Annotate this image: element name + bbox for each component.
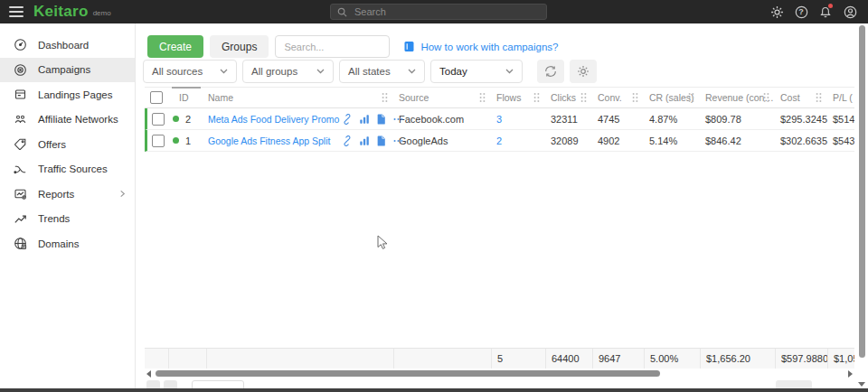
campaign-search-input[interactable] <box>275 35 390 58</box>
totals-cost: $597.9880 <box>775 349 827 369</box>
campaign-stats-icon[interactable] <box>359 114 370 125</box>
chevron-down-icon <box>316 69 325 74</box>
drag-handle-icon[interactable] <box>479 93 486 103</box>
campaign-link-icon[interactable] <box>342 114 353 125</box>
campaign-name-link[interactable]: Google Ads Fitness App Split <box>208 135 330 146</box>
cr-value: 5.14% <box>644 130 700 151</box>
drag-handle-icon[interactable] <box>688 93 694 103</box>
table-settings-button[interactable] <box>570 60 597 83</box>
notification-badge <box>828 4 833 8</box>
filters-row: All sources All groups All states Today <box>143 60 597 83</box>
column-header-flows[interactable]: Flows <box>491 88 545 107</box>
sidebar: Dashboard Campaigns Landings Pages <box>0 23 136 388</box>
states-filter-select[interactable]: All states <box>339 60 425 83</box>
sources-filter-select[interactable]: All sources <box>143 60 237 83</box>
campaign-source: GoogleAds <box>393 130 491 151</box>
sidebar-item-landings-pages[interactable]: Landings Pages <box>0 82 135 107</box>
scroll-right-arrow-icon[interactable] <box>848 370 853 378</box>
drag-handle-icon[interactable] <box>533 93 540 103</box>
column-header-cr-sales[interactable]: CR (sales) <box>644 88 700 107</box>
row-checkbox[interactable] <box>152 113 165 126</box>
sidebar-item-campaigns[interactable]: Campaigns <box>0 58 135 83</box>
sidebar-item-label: Offers <box>38 139 66 150</box>
global-search[interactable] <box>330 4 547 20</box>
status-active-dot <box>173 116 179 122</box>
sidebar-item-reports[interactable]: Reports <box>0 182 135 207</box>
pl-value: $514 <box>827 108 854 129</box>
campaign-stats-icon[interactable] <box>359 135 370 146</box>
topbar-icons: ? <box>769 5 868 19</box>
scroll-down-arrow-icon[interactable] <box>858 382 865 387</box>
vertical-scrollbar-thumb[interactable] <box>859 25 865 358</box>
how-to-work-label: How to work with campaigns? <box>420 42 558 52</box>
drag-handle-icon[interactable] <box>382 93 388 103</box>
keitaro-app: Keitaro demo ? <box>0 0 868 392</box>
user-account-icon[interactable] <box>843 5 857 19</box>
flows-link[interactable]: 3 <box>496 114 502 125</box>
chevron-down-icon <box>220 69 228 74</box>
groups-filter-select[interactable]: All groups <box>242 60 334 83</box>
table-row[interactable]: 1 Google Ads Fitness App Split <box>145 130 854 152</box>
states-filter-value: All states <box>348 66 391 77</box>
sidebar-item-offers[interactable]: Offers <box>0 132 135 157</box>
campaigns-table: ID Name Source Flows <box>145 87 854 379</box>
column-header-pl[interactable]: P/L ( <box>827 88 854 107</box>
sources-filter-value: All sources <box>152 66 203 77</box>
settings-gear-icon[interactable] <box>769 5 784 19</box>
sidebar-item-dashboard[interactable]: Dashboard <box>0 33 135 58</box>
date-range-value: Today <box>439 66 467 77</box>
offers-icon <box>14 137 27 151</box>
campaigns-toolbar: Create Groups How to work with campaigns… <box>147 35 559 58</box>
scroll-left-arrow-icon[interactable] <box>146 370 151 378</box>
row-actions <box>342 135 404 146</box>
groups-filter-value: All groups <box>251 66 297 77</box>
column-header-revenue[interactable]: Revenue (con… <box>700 88 775 107</box>
sidebar-item-label: Reports <box>38 189 74 200</box>
chevron-down-icon <box>505 69 514 74</box>
campaign-id: 2 <box>185 114 191 125</box>
horizontal-scrollbar-thumb[interactable] <box>156 370 660 377</box>
column-header-cost[interactable]: Cost <box>775 88 827 107</box>
drag-handle-icon[interactable] <box>816 93 822 103</box>
date-range-select[interactable]: Today <box>430 60 523 83</box>
env-label: demo <box>93 9 111 17</box>
flows-link[interactable]: 2 <box>496 135 502 146</box>
reports-icon <box>14 187 27 201</box>
chevron-right-icon <box>118 190 127 198</box>
sidebar-item-domains[interactable]: Domains <box>0 231 135 257</box>
topbar: Keitaro demo ? <box>0 0 868 23</box>
drag-handle-icon[interactable] <box>763 93 769 103</box>
column-header-conv[interactable]: Conv. <box>592 88 644 107</box>
campaign-name-link[interactable]: Meta Ads Food Delivery Promo <box>208 114 339 125</box>
table-header: ID Name Source Flows <box>145 87 854 108</box>
column-header-clicks[interactable]: Clicks <box>545 88 592 107</box>
campaign-report-icon[interactable] <box>376 114 386 125</box>
select-all-checkbox[interactable] <box>150 91 163 104</box>
column-header-id[interactable]: ID <box>168 88 206 107</box>
more-actions-icon[interactable] <box>392 135 404 146</box>
sidebar-item-trends[interactable]: Trends <box>0 207 135 232</box>
table-row[interactable]: 2 Meta Ads Food Delivery Promo <box>145 108 854 130</box>
totals-clicks: 64400 <box>545 349 592 369</box>
campaign-link-icon[interactable] <box>342 135 353 146</box>
more-actions-icon[interactable] <box>392 114 404 125</box>
groups-button[interactable]: Groups <box>210 35 269 58</box>
help-icon[interactable]: ? <box>794 5 808 19</box>
create-button[interactable]: Create <box>147 35 203 58</box>
column-header-source[interactable]: Source <box>393 88 491 107</box>
how-to-work-link[interactable]: How to work with campaigns? <box>403 41 558 52</box>
campaign-report-icon[interactable] <box>376 135 386 146</box>
global-search-input[interactable] <box>353 5 519 18</box>
hamburger-menu-icon[interactable] <box>9 6 24 17</box>
column-header-name[interactable]: Name <box>206 88 393 107</box>
cost-value: $295.3245 <box>775 108 827 129</box>
notifications-bell-icon[interactable] <box>818 5 833 19</box>
row-checkbox[interactable] <box>152 135 165 147</box>
refresh-button[interactable] <box>537 60 564 83</box>
sidebar-item-affiliate-networks[interactable]: Affiliate Networks <box>0 107 135 133</box>
horizontal-scrollbar[interactable] <box>145 369 854 379</box>
drag-handle-icon[interactable] <box>632 93 638 103</box>
drag-handle-icon[interactable] <box>580 93 587 103</box>
totals-conv: 9647 <box>592 349 644 369</box>
sidebar-item-traffic-sources[interactable]: Traffic Sources <box>0 157 135 182</box>
